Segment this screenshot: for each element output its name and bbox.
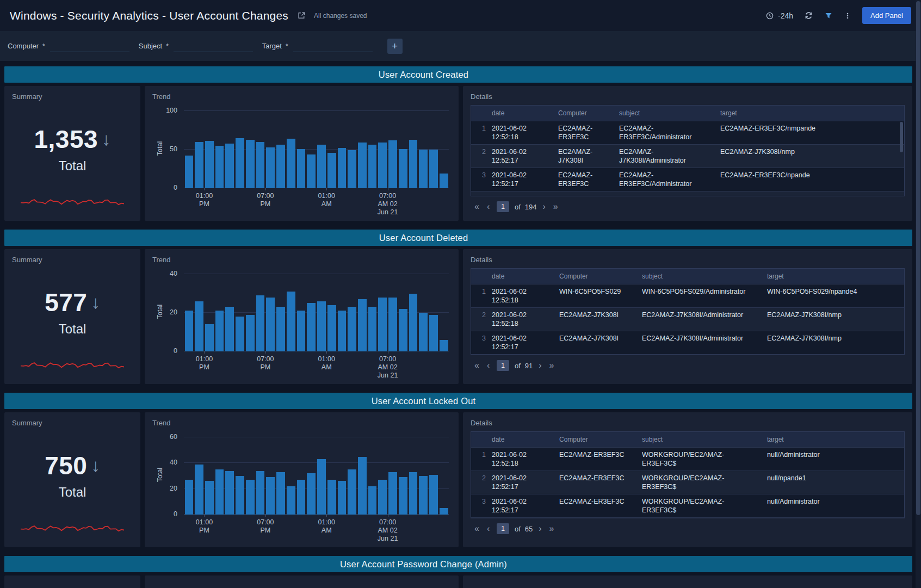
trend-bar[interactable] — [276, 472, 285, 515]
trend-bar[interactable] — [236, 317, 244, 351]
trend-bar[interactable] — [409, 472, 418, 515]
trend-bar[interactable] — [358, 143, 367, 188]
prev-page-button[interactable]: ‹ — [483, 201, 493, 212]
trend-bar[interactable] — [440, 508, 448, 515]
share-icon[interactable] — [297, 11, 306, 20]
trend-bar[interactable] — [256, 471, 265, 515]
table-row[interactable]: 22021-06-02 12:52:17EC2AMAZ-ER3EF3CWORKG… — [471, 471, 904, 494]
trend-bar[interactable] — [388, 298, 397, 351]
trend-bar[interactable] — [215, 311, 224, 351]
table-row[interactable]: 32021-06-02 12:52:17EC2AMAZ-ER3EF3CWORKG… — [471, 494, 904, 517]
next-page-button[interactable]: › — [539, 201, 549, 212]
trend-bar[interactable] — [338, 148, 347, 188]
prev-page-button[interactable]: ‹ — [483, 360, 493, 371]
trend-bar[interactable] — [256, 142, 265, 188]
current-page[interactable]: 1 — [497, 360, 509, 371]
trend-bar[interactable] — [225, 307, 234, 351]
trend-bar[interactable] — [297, 480, 306, 515]
column-header[interactable]: Computer — [554, 106, 615, 121]
trend-bar[interactable] — [419, 313, 428, 351]
trend-bar[interactable] — [287, 292, 295, 351]
trend-bar[interactable] — [327, 305, 336, 351]
trend-bar[interactable] — [368, 486, 377, 515]
more-options-button[interactable] — [844, 11, 851, 20]
table-row[interactable]: 32021-06-02 12:52:17EC2AMAZ-J7K308IEC2AM… — [471, 331, 904, 354]
trend-bar[interactable] — [399, 477, 407, 515]
trend-bar[interactable] — [287, 486, 295, 515]
table-row[interactable]: 42021-06-02 12:52:16EC2AMAZ-ER3EF3CWORKG… — [471, 517, 904, 518]
trend-bar[interactable] — [205, 141, 214, 188]
table-row[interactable]: 22021-06-02 12:52:18EC2AMAZ-J7K308IEC2AM… — [471, 307, 904, 331]
filter-input-computer[interactable] — [50, 40, 129, 52]
trend-bar[interactable] — [358, 457, 367, 515]
table-row[interactable]: 12021-06-02 12:52:18EC2AMAZ-ER3EF3CWORKG… — [471, 447, 904, 471]
current-page[interactable]: 1 — [497, 201, 509, 212]
trend-bar[interactable] — [388, 140, 397, 188]
trend-bar[interactable] — [246, 140, 255, 188]
column-header[interactable]: target — [763, 432, 904, 447]
first-page-button[interactable]: « — [471, 523, 483, 534]
trend-bar[interactable] — [266, 477, 275, 515]
table-row[interactable]: 12021-06-02 12:52:18WIN-6C5PO5FS029WIN-6… — [471, 284, 904, 307]
trend-bar[interactable] — [378, 143, 387, 188]
refresh-button[interactable] — [804, 11, 813, 20]
trend-bar[interactable] — [185, 156, 194, 188]
trend-bar[interactable] — [195, 301, 203, 351]
trend-bar[interactable] — [429, 475, 438, 515]
next-page-button[interactable]: › — [535, 360, 545, 371]
trend-bar[interactable] — [276, 307, 285, 351]
column-header[interactable]: Computer — [555, 269, 638, 284]
trend-bar[interactable] — [399, 149, 407, 188]
current-page[interactable]: 1 — [497, 523, 509, 534]
trend-bar[interactable] — [205, 481, 214, 515]
trend-bar[interactable] — [348, 150, 356, 188]
filter-input-target[interactable] — [293, 40, 373, 52]
column-header[interactable]: subject — [615, 106, 716, 121]
column-header[interactable]: date — [487, 269, 555, 284]
column-header[interactable]: target — [716, 106, 904, 121]
table-row[interactable]: 22021-06-02 12:52:17EC2AMAZ-J7K308IEC2AM… — [471, 144, 904, 168]
trend-bar[interactable] — [409, 294, 418, 352]
trend-bar[interactable] — [185, 480, 194, 515]
trend-bar[interactable] — [287, 139, 295, 188]
trend-bar[interactable] — [409, 140, 418, 188]
trend-bar[interactable] — [276, 145, 285, 188]
trend-bar[interactable] — [429, 150, 438, 188]
trend-bar[interactable] — [225, 144, 234, 188]
trend-bar[interactable] — [388, 472, 397, 515]
trend-bar[interactable] — [327, 153, 336, 188]
time-range-control[interactable]: -24h — [765, 11, 793, 20]
trend-bar[interactable] — [348, 469, 356, 515]
column-header[interactable]: subject — [638, 432, 763, 447]
trend-bar[interactable] — [440, 174, 448, 188]
trend-bar[interactable] — [205, 324, 214, 351]
prev-page-button[interactable]: ‹ — [483, 523, 493, 534]
trend-bar[interactable] — [317, 145, 326, 188]
next-page-button[interactable]: › — [535, 523, 545, 534]
trend-bar[interactable] — [419, 150, 428, 188]
last-page-button[interactable]: » — [549, 201, 562, 212]
trend-bar[interactable] — [338, 311, 347, 351]
column-header[interactable]: target — [763, 269, 904, 284]
trend-bar[interactable] — [215, 146, 224, 188]
column-header[interactable]: subject — [638, 269, 763, 284]
trend-bar[interactable] — [236, 138, 244, 188]
table-row[interactable]: 32021-06-02 12:52:17EC2AMAZ-ER3EF3CEC2AM… — [471, 168, 904, 191]
trend-bar[interactable] — [195, 465, 203, 515]
trend-bar[interactable] — [307, 154, 316, 188]
trend-bar[interactable] — [307, 473, 316, 515]
column-header[interactable]: Computer — [555, 432, 638, 447]
trend-bar[interactable] — [266, 147, 275, 188]
trend-bar[interactable] — [266, 298, 275, 351]
trend-bar[interactable] — [256, 295, 265, 351]
trend-bar[interactable] — [338, 481, 347, 515]
trend-bar[interactable] — [297, 149, 306, 188]
filter-input-subject[interactable] — [174, 40, 253, 52]
filter-button[interactable] — [824, 11, 833, 20]
trend-bar[interactable] — [348, 307, 356, 351]
trend-bar[interactable] — [399, 309, 407, 351]
trend-bar[interactable] — [195, 142, 203, 188]
trend-bar[interactable] — [378, 480, 387, 515]
first-page-button[interactable]: « — [471, 201, 483, 212]
add-filter-button[interactable]: + — [387, 39, 403, 54]
